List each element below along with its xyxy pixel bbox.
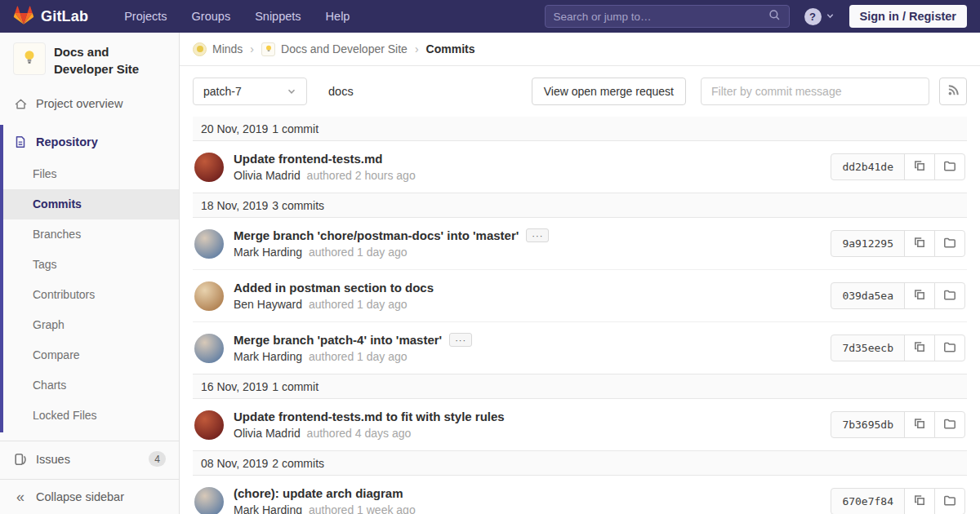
sidebar-item-files[interactable]: Files bbox=[3, 159, 179, 189]
commit-title-link[interactable]: Added in postman section to docs bbox=[234, 281, 434, 295]
commit-author-link[interactable]: Olivia Madrid bbox=[234, 169, 301, 182]
primary-nav: Projects Groups Snippets Help bbox=[124, 10, 350, 23]
commit-date-header: 16 Nov, 2019 1 commit bbox=[193, 374, 967, 399]
copy-icon bbox=[913, 236, 926, 251]
commit-authored-time: authored 1 week ago bbox=[309, 503, 416, 514]
view-merge-request-button[interactable]: View open merge request bbox=[532, 78, 686, 105]
commit-sha[interactable]: 7b3695db bbox=[831, 411, 905, 438]
author-avatar[interactable] bbox=[194, 334, 224, 363]
nav-snippets[interactable]: Snippets bbox=[255, 10, 301, 23]
commit-date: 20 Nov, 2019 bbox=[201, 122, 268, 135]
issues-count-badge: 4 bbox=[149, 451, 166, 467]
commit-author-link[interactable]: Olivia Madrid bbox=[234, 427, 301, 440]
gitlab-home-link[interactable]: GitLab bbox=[13, 4, 88, 29]
commit-row: Update frontend-tests.md ··· Olivia Madr… bbox=[193, 141, 967, 193]
commit-title-link[interactable]: (chore): update arch diagram bbox=[234, 486, 403, 500]
sidebar-item-charts[interactable]: Charts bbox=[3, 370, 179, 401]
rss-feed-button[interactable] bbox=[939, 78, 967, 105]
sidebar-item-commits[interactable]: Commits bbox=[3, 189, 179, 219]
commit-row: Added in postman section to docs ··· Ben… bbox=[193, 270, 967, 322]
commit-sha[interactable]: dd2b41de bbox=[831, 153, 905, 180]
expand-commit-message-button[interactable]: ··· bbox=[526, 228, 549, 242]
nav-projects[interactable]: Projects bbox=[124, 10, 167, 23]
issues-icon bbox=[13, 453, 28, 466]
sidebar-item-graph[interactable]: Graph bbox=[3, 310, 179, 340]
copy-sha-button[interactable] bbox=[904, 230, 935, 257]
help-menu-toggle[interactable]: ? bbox=[804, 8, 835, 25]
home-icon bbox=[13, 97, 28, 111]
copy-sha-button[interactable] bbox=[904, 282, 935, 309]
commit-title-link[interactable]: Merge branch 'chore/postman-docs' into '… bbox=[234, 228, 519, 242]
branch-selector-value: patch-7 bbox=[203, 85, 242, 98]
commit-author-link[interactable]: Mark Harding bbox=[234, 246, 302, 259]
commit-date: 16 Nov, 2019 bbox=[201, 380, 268, 393]
author-avatar[interactable] bbox=[194, 229, 224, 259]
copy-sha-button[interactable] bbox=[904, 488, 935, 514]
author-avatar[interactable] bbox=[194, 410, 224, 440]
commit-sha[interactable]: 039da5ea bbox=[831, 282, 905, 309]
project-context-header[interactable]: Docs and Developer Site bbox=[0, 33, 179, 87]
copy-sha-button[interactable] bbox=[904, 411, 935, 438]
commit-authored-time: authored 1 day ago bbox=[309, 298, 408, 311]
browse-files-button[interactable] bbox=[934, 153, 965, 180]
sidebar-item-tags[interactable]: Tags bbox=[3, 250, 179, 280]
commit-title-link[interactable]: Merge branch 'patch-4' into 'master' bbox=[234, 333, 442, 347]
sidebar-item-label: Project overview bbox=[36, 97, 122, 110]
sidebar-item-branches[interactable]: Branches bbox=[3, 219, 179, 250]
branch-selector[interactable]: patch-7 bbox=[193, 78, 307, 105]
commit-author-link[interactable]: Mark Harding bbox=[234, 350, 302, 363]
commit-authored-time: authored 4 days ago bbox=[307, 427, 412, 440]
sidebar-item-contributors[interactable]: Contributors bbox=[3, 280, 179, 310]
commit-authored-time: authored 2 hours ago bbox=[307, 169, 416, 182]
sidebar-item-repository[interactable]: Repository bbox=[3, 125, 179, 159]
collapse-sidebar-button[interactable]: « Collapse sidebar bbox=[0, 479, 179, 514]
repo-subnav: FilesCommitsBranchesTagsContributorsGrap… bbox=[3, 159, 179, 432]
commit-sha[interactable]: 7d35eecb bbox=[831, 335, 905, 361]
sidebar-item-compare[interactable]: Compare bbox=[3, 340, 179, 370]
browse-files-button[interactable] bbox=[934, 335, 965, 361]
commit-filter-input[interactable] bbox=[701, 78, 929, 105]
commit-title-link[interactable]: Update frontend-tests.md bbox=[234, 152, 383, 166]
commit-row: (chore): update arch diagram ··· Mark Ha… bbox=[193, 476, 967, 514]
top-navbar: GitLab Projects Groups Snippets Help ? S… bbox=[0, 0, 980, 33]
commit-row: Update frontend-tests.md to fit with sty… bbox=[193, 399, 967, 451]
author-avatar[interactable] bbox=[194, 281, 224, 311]
commit-list: 20 Nov, 2019 1 commit Update frontend-te… bbox=[193, 117, 967, 514]
folder-icon bbox=[943, 494, 956, 509]
nav-help[interactable]: Help bbox=[326, 10, 350, 23]
browse-files-button[interactable] bbox=[934, 282, 965, 309]
commit-sha[interactable]: 9a912295 bbox=[831, 230, 905, 257]
commit-row: Merge branch 'chore/postman-docs' into '… bbox=[193, 218, 967, 270]
chevron-down-icon bbox=[826, 9, 835, 24]
help-icon: ? bbox=[804, 8, 822, 25]
sidebar-item-issues[interactable]: Issues 4 bbox=[0, 441, 179, 476]
folder-icon bbox=[943, 340, 956, 356]
author-avatar[interactable] bbox=[194, 487, 224, 514]
browse-files-button[interactable] bbox=[934, 230, 965, 257]
search-input[interactable] bbox=[554, 11, 768, 23]
commits-toolbar: patch-7 docs View open merge request bbox=[180, 66, 980, 117]
copy-sha-button[interactable] bbox=[904, 153, 935, 180]
author-avatar[interactable] bbox=[194, 153, 224, 182]
chevron-down-icon bbox=[287, 86, 296, 96]
sign-in-register-button[interactable]: Sign in / Register bbox=[849, 5, 967, 28]
sidebar-item-locked-files[interactable]: Locked Files bbox=[3, 401, 179, 431]
sidebar-item-project-overview[interactable]: Project overview bbox=[0, 87, 179, 120]
lightbulb-icon bbox=[20, 48, 38, 69]
commit-sha-group: 7d35eecb bbox=[831, 335, 965, 361]
nav-groups[interactable]: Groups bbox=[192, 10, 231, 23]
commit-sha[interactable]: 670e7f84 bbox=[831, 488, 905, 514]
rss-icon bbox=[947, 84, 960, 99]
commit-author-link[interactable]: Mark Harding bbox=[234, 503, 302, 514]
global-search-box[interactable] bbox=[545, 5, 790, 28]
copy-sha-button[interactable] bbox=[904, 335, 935, 361]
commit-author-link[interactable]: Ben Hayward bbox=[234, 298, 302, 311]
commit-title-link[interactable]: Update frontend-tests.md to fit with sty… bbox=[234, 410, 505, 423]
commit-date-header: 08 Nov, 2019 2 commits bbox=[193, 450, 967, 476]
browse-files-button[interactable] bbox=[934, 488, 965, 514]
expand-commit-message-button[interactable]: ··· bbox=[449, 333, 472, 347]
browse-files-button[interactable] bbox=[934, 411, 965, 438]
breadcrumb-group-link[interactable]: Minds bbox=[212, 42, 243, 55]
breadcrumb-project-link[interactable]: Docs and Developer Site bbox=[281, 42, 408, 55]
gitlab-commits-page: GitLab Projects Groups Snippets Help ? S… bbox=[0, 0, 980, 514]
